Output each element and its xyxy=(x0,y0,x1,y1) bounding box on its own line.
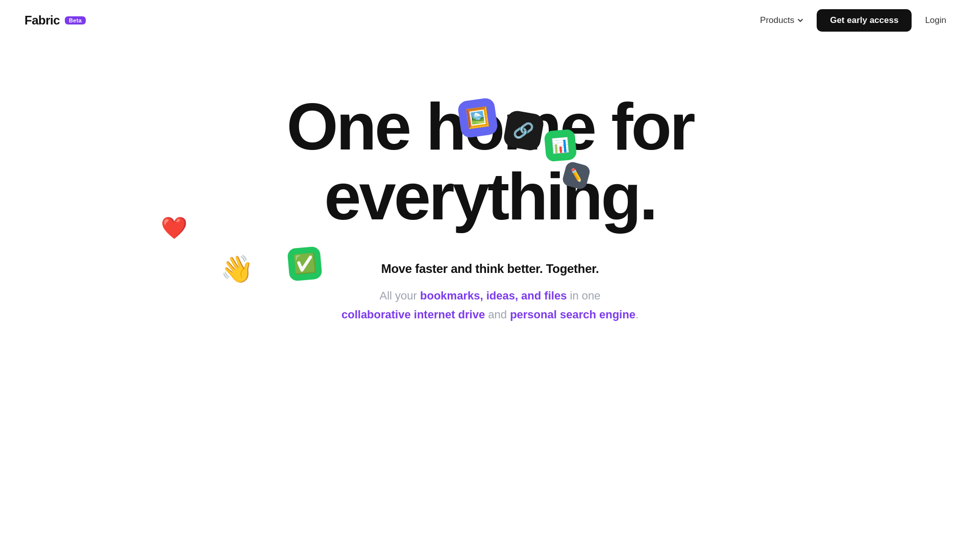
hero-description: All your bookmarks, ideas, and files in … xyxy=(341,286,639,324)
wave-icon: 👋 xyxy=(220,253,253,285)
hero-title-line1: One home for xyxy=(286,89,693,164)
hero-section: 🖼️ 🔗 📊 ✏️ ❤️ 👋 ✅ One home for everything… xyxy=(0,41,980,398)
beta-badge: Beta xyxy=(65,16,86,24)
hero-subtitle: Move faster and think better. Together. xyxy=(381,262,599,276)
login-label: Login xyxy=(925,15,946,25)
products-button[interactable]: Products xyxy=(751,10,813,31)
products-label: Products xyxy=(760,15,794,26)
brand-name: Fabric xyxy=(24,13,60,28)
description-middle: in one xyxy=(567,289,600,302)
description-suffix: . xyxy=(635,308,639,321)
description-highlight1: bookmarks, ideas, and files xyxy=(420,289,567,302)
brand-logo: Fabric Beta xyxy=(24,13,86,28)
get-early-access-button[interactable]: Get early access xyxy=(817,9,912,32)
description-and: and xyxy=(485,308,510,321)
get-early-access-label: Get early access xyxy=(830,15,898,25)
navbar: Fabric Beta Products Get early access Lo… xyxy=(0,0,980,41)
hero-title: One home for everything. xyxy=(286,92,693,231)
checkbox-icon: ✅ xyxy=(287,246,322,281)
description-highlight3: personal search engine xyxy=(510,308,635,321)
hero-title-line2: everything. xyxy=(324,159,656,234)
navbar-actions: Products Get early access Login xyxy=(751,9,955,32)
description-prefix: All your xyxy=(380,289,420,302)
login-button[interactable]: Login xyxy=(916,10,955,31)
chevron-down-icon xyxy=(797,17,803,23)
description-highlight2: collaborative internet drive xyxy=(341,308,485,321)
heart-icon: ❤️ xyxy=(161,214,187,241)
